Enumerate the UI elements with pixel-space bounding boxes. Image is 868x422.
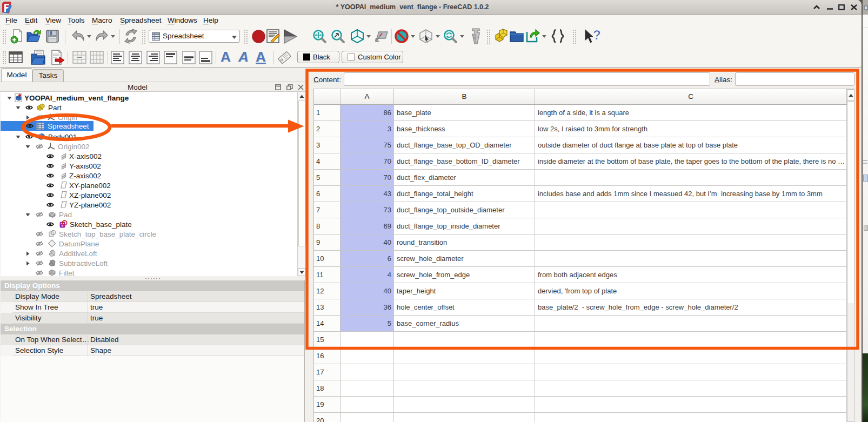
svg-text:?: ? — [593, 28, 601, 42]
